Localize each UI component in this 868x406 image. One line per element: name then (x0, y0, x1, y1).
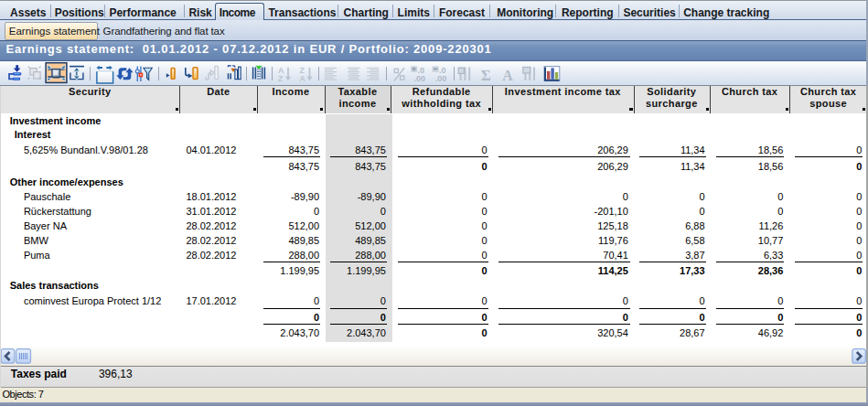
svg-text:.00: .00 (435, 74, 447, 83)
svg-text:Z: Z (278, 74, 284, 83)
svg-text:A: A (300, 74, 306, 83)
svg-text:A: A (502, 68, 513, 83)
svg-text:.00: .00 (413, 74, 425, 83)
svg-text:Σ: Σ (481, 67, 491, 84)
